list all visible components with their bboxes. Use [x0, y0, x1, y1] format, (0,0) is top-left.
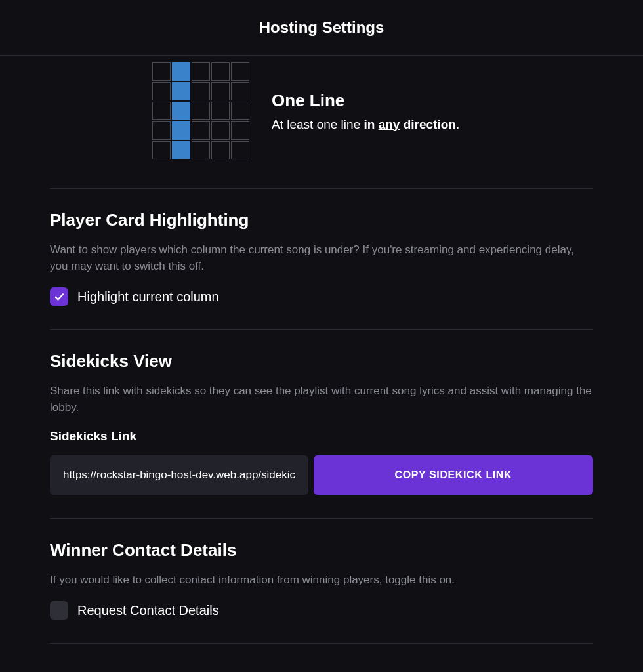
grid-cell [231, 121, 249, 140]
pattern-row: One Line At least one line in any direct… [50, 62, 593, 159]
check-icon [53, 291, 65, 303]
winner-checkbox[interactable] [50, 601, 68, 620]
grid-cell [172, 62, 190, 81]
grid-cell [231, 62, 249, 81]
sidekicks-section: Sidekicks View Share this link with side… [50, 330, 593, 518]
grid-cell [152, 82, 171, 100]
highlight-title: Player Card Highlighting [50, 210, 593, 230]
settings-content: One Line At least one line in any direct… [0, 56, 643, 644]
grid-cell [172, 121, 190, 140]
page-title: Hosting Settings [0, 18, 643, 37]
pattern-desc: At least one line in any direction. [272, 117, 459, 132]
copy-sidekick-link-button[interactable]: COPY SIDEKICK LINK [314, 455, 593, 495]
grid-cell [231, 102, 249, 120]
highlight-checkbox[interactable] [50, 287, 68, 306]
grid-cell [192, 82, 210, 100]
highlight-checkbox-row[interactable]: Highlight current column [50, 287, 593, 306]
pattern-text: One Line At least one line in any direct… [272, 91, 459, 132]
page-header: Hosting Settings [0, 0, 643, 56]
bingo-grid-icon [152, 62, 249, 159]
winner-title: Winner Contact Details [50, 540, 593, 560]
winner-desc: If you would like to collect contact inf… [50, 572, 593, 589]
grid-cell [172, 141, 190, 159]
grid-cell [152, 141, 171, 159]
grid-cell [231, 141, 249, 159]
grid-cell [231, 82, 249, 100]
grid-cell [172, 82, 190, 100]
grid-cell [211, 62, 230, 81]
grid-cell [192, 62, 210, 81]
grid-cell [211, 82, 230, 100]
grid-cell [211, 102, 230, 120]
grid-cell [152, 121, 171, 140]
grid-cell [192, 121, 210, 140]
winner-checkbox-label: Request Contact Details [77, 603, 219, 618]
grid-cell [152, 62, 171, 81]
grid-cell [192, 102, 210, 120]
grid-cell [172, 102, 190, 120]
highlight-checkbox-label: Highlight current column [77, 289, 219, 304]
win-pattern-section: One Line At least one line in any direct… [50, 56, 593, 189]
sidekicks-link-input[interactable] [50, 455, 308, 495]
grid-cell [211, 121, 230, 140]
sidekicks-link-label: Sidekicks Link [50, 429, 593, 444]
grid-cell [211, 141, 230, 159]
sidekicks-title: Sidekicks View [50, 351, 593, 371]
pattern-title: One Line [272, 91, 459, 111]
winner-section: Winner Contact Details If you would like… [50, 519, 593, 644]
grid-cell [192, 141, 210, 159]
sidekicks-desc: Share this link with sidekicks so they c… [50, 383, 593, 415]
highlight-section: Player Card Highlighting Want to show pl… [50, 189, 593, 330]
winner-checkbox-row[interactable]: Request Contact Details [50, 601, 593, 620]
sidekicks-link-row: COPY SIDEKICK LINK [50, 455, 593, 495]
highlight-desc: Want to show players which column the cu… [50, 242, 593, 274]
grid-cell [152, 102, 171, 120]
